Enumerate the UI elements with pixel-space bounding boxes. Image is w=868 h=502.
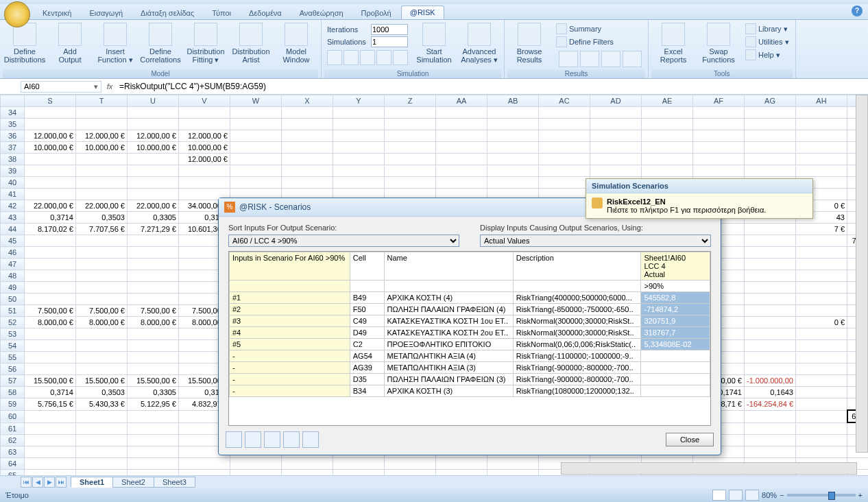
cell[interactable] [25,235,76,247]
ribbon-tab-[interactable]: Διάταξη σελίδας [132,7,202,19]
cell[interactable] [539,142,590,154]
cell[interactable] [25,352,76,363]
cell[interactable] [25,270,76,282]
cell[interactable] [796,130,847,142]
cell[interactable] [76,435,128,446]
cell[interactable] [385,107,436,119]
cell[interactable] [487,458,539,470]
simulations-input[interactable] [371,36,408,47]
cell[interactable] [487,119,539,130]
cell[interactable] [745,328,796,340]
cell[interactable] [333,119,385,130]
cell[interactable] [282,142,333,154]
cell[interactable] [796,363,847,375]
row-64[interactable]: 64 [1,458,25,470]
row-36[interactable]: 36 [1,130,25,142]
cell[interactable] [76,270,128,282]
ribbon-tab-[interactable]: Εισαγωγή [81,7,131,19]
cell[interactable] [25,328,76,340]
cell[interactable] [128,422,179,435]
cell[interactable] [282,130,333,142]
swap-functions[interactable]: SwapFunctions [697,21,740,65]
col-S[interactable]: S [25,95,76,107]
cell[interactable] [230,142,282,154]
nav-last-icon[interactable]: ⏭ [56,477,67,488]
cell[interactable] [693,107,745,119]
cell[interactable]: 5.430,33 € [76,398,128,411]
cell[interactable] [25,340,76,352]
define-distributions[interactable]: DefineDistributions [3,21,47,65]
cell[interactable] [796,446,847,458]
results-small-btn-0[interactable] [559,51,578,67]
cell[interactable] [436,458,487,470]
cell[interactable] [745,259,796,270]
cell[interactable] [25,363,76,375]
cell[interactable] [796,328,847,340]
nav-next-icon[interactable]: ▶ [44,477,55,488]
cell[interactable] [745,317,796,328]
cell[interactable] [745,422,796,435]
col-AC[interactable]: AC [539,95,590,107]
cell[interactable] [796,119,847,130]
advanced-analyses[interactable]: AdvancedAnalyses ▾ [457,21,501,65]
view-normal-icon[interactable] [712,490,726,501]
row-51[interactable]: 51 [1,305,25,317]
cell[interactable] [76,340,128,352]
cell[interactable] [745,247,796,259]
horizontal-scrollbar[interactable] [561,462,857,475]
cell[interactable] [796,410,847,422]
ribbon-tab-[interactable]: Αναθεώρηση [291,7,352,19]
cell[interactable] [436,177,487,189]
help-button-icon[interactable] [226,431,242,448]
row-43[interactable]: 43 [1,212,25,224]
zoom-slider[interactable] [787,494,856,497]
cell[interactable] [333,130,385,142]
cell[interactable] [128,235,179,247]
cell[interactable] [642,130,693,142]
row-47[interactable]: 47 [1,259,25,270]
cell[interactable] [745,340,796,352]
cell[interactable] [282,165,333,177]
col-Z[interactable]: Z [385,95,436,107]
cell[interactable]: 8.000,00 € [76,317,128,328]
cell[interactable]: 7.500,00 € [76,305,128,317]
cell[interactable]: 22.000,00 € [128,200,179,212]
cell[interactable] [796,387,847,398]
cell[interactable] [745,352,796,363]
ribbon-tab-[interactable]: Προβολή [353,7,400,19]
row-35[interactable]: 35 [1,119,25,130]
cell[interactable] [693,119,745,130]
col-AB[interactable]: AB [487,95,539,107]
cell[interactable] [25,177,76,189]
cell[interactable] [76,165,128,177]
sim-small-btn-3[interactable] [376,50,391,65]
cell[interactable] [385,130,436,142]
cell[interactable] [436,119,487,130]
cell[interactable] [436,142,487,154]
sort-select[interactable]: AI60 / LCC 4 >90% [228,235,459,247]
cell[interactable] [642,142,693,154]
cell[interactable]: 10.000,00 € [128,142,179,154]
nav-prev-icon[interactable]: ◀ [32,477,43,488]
cell[interactable] [128,352,179,363]
start-simulation[interactable]: StartSimulation [412,21,456,65]
insert-function[interactable]: InsertFunction ▾ [93,21,137,65]
cell[interactable] [76,154,128,165]
row-42[interactable]: 42 [1,200,25,212]
cell[interactable] [128,177,179,189]
cell[interactable] [745,363,796,375]
cell[interactable] [642,165,693,177]
cell[interactable] [796,398,847,411]
cell[interactable]: 8.000,00 € [25,317,76,328]
cell[interactable] [693,154,745,165]
cell[interactable] [745,270,796,282]
cell[interactable] [590,165,642,177]
cell[interactable] [128,294,179,305]
cell[interactable] [128,119,179,130]
cell[interactable] [76,294,128,305]
row-63[interactable]: 63 [1,446,25,458]
cell[interactable] [745,119,796,130]
cell[interactable]: 10.000,00 € [25,142,76,154]
cell[interactable] [76,458,128,470]
scenario-row[interactable]: #1B49ΑΡΧΙΚΑ ΚΟΣΤΗ (4)RiskTriang(400000;5… [230,292,710,304]
